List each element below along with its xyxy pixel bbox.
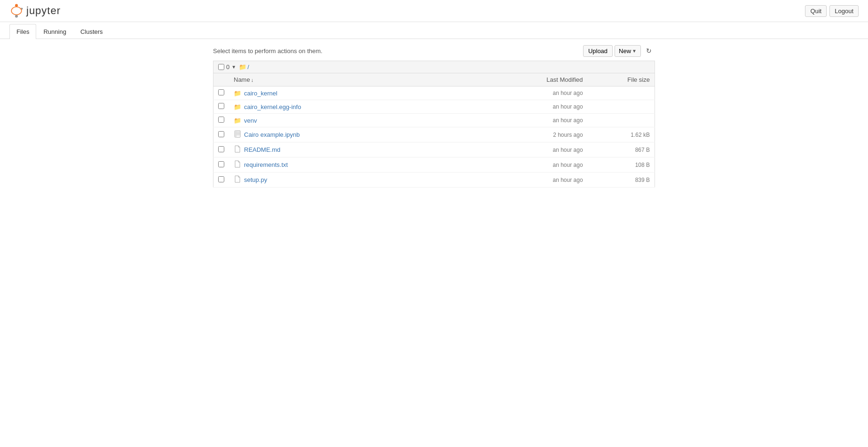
file-browser-toolbar: Select items to perform actions on them.… xyxy=(213,45,655,57)
row-checkbox[interactable] xyxy=(218,161,224,167)
row-checkbox-cell xyxy=(213,127,229,142)
file-link[interactable]: setup.py xyxy=(244,176,267,183)
quit-button[interactable]: Quit xyxy=(805,5,827,17)
tabs-bar: Files Running Clusters xyxy=(0,24,868,39)
col-header-size[interactable]: File size xyxy=(592,73,655,86)
toolbar-actions: Upload New ▼ ↻ xyxy=(583,45,655,57)
notebook-icon xyxy=(234,130,241,139)
col-header-modified[interactable]: Last Modified xyxy=(494,73,592,86)
row-modified-cell: an hour ago xyxy=(494,173,592,188)
select-info: Select items to perform actions on them. xyxy=(213,47,323,55)
new-dropdown-caret: ▼ xyxy=(632,48,637,54)
row-modified-cell: an hour ago xyxy=(494,157,592,173)
folder-path: 📁 / xyxy=(239,63,249,71)
folder-icon: 📁 xyxy=(234,117,241,124)
row-size-cell: 1.62 kB xyxy=(592,127,655,142)
row-name-cell: Cairo example.ipynb xyxy=(229,127,494,142)
row-size-cell: 108 B xyxy=(592,157,655,173)
row-name-cell: 📁cairo_kernel.egg-info xyxy=(229,100,494,114)
row-checkbox-cell xyxy=(213,157,229,173)
col-header-name[interactable]: Name ↓ xyxy=(229,73,494,86)
tab-clusters[interactable]: Clusters xyxy=(73,24,110,39)
file-link[interactable]: cairo_kernel xyxy=(244,90,277,97)
row-checkbox[interactable] xyxy=(218,146,224,152)
row-checkbox[interactable] xyxy=(218,103,224,109)
name-sort-arrow: ↓ xyxy=(251,77,254,83)
file-link[interactable]: cairo_kernel.egg-info xyxy=(244,103,301,110)
main-content: Select items to perform actions on them.… xyxy=(204,39,664,193)
row-checkbox-cell xyxy=(213,173,229,188)
header-buttons: Quit Logout xyxy=(805,5,859,17)
table-row: 📁venvan hour ago xyxy=(213,114,655,127)
row-checkbox-cell xyxy=(213,86,229,100)
header: jupyter Quit Logout xyxy=(0,0,868,22)
table-row: requirements.txtan hour ago108 B xyxy=(213,157,655,173)
svg-point-0 xyxy=(15,4,18,7)
row-modified-cell: 2 hours ago xyxy=(494,127,592,142)
svg-rect-5 xyxy=(235,131,237,137)
row-name-cell: 📁cairo_kernel xyxy=(229,86,494,100)
file-table-body: 📁cairo_kernelan hour ago📁cairo_kernel.eg… xyxy=(213,86,655,188)
file-icon xyxy=(234,175,241,184)
svg-point-3 xyxy=(11,7,22,15)
row-size-cell: 867 B xyxy=(592,142,655,157)
file-table: Name ↓ Last Modified File size 📁cairo_ke… xyxy=(213,73,655,188)
check-all-area[interactable]: 0 ▼ xyxy=(218,63,236,71)
file-icon xyxy=(234,145,241,154)
row-checkbox[interactable] xyxy=(218,89,224,95)
file-table-header: Name ↓ Last Modified File size xyxy=(213,73,655,86)
tab-running[interactable]: Running xyxy=(36,24,73,39)
logout-button[interactable]: Logout xyxy=(829,5,859,17)
tab-files[interactable]: Files xyxy=(9,24,36,39)
file-link[interactable]: requirements.txt xyxy=(244,161,288,168)
table-row: 📁cairo_kernelan hour ago xyxy=(213,86,655,100)
select-all-checkbox[interactable] xyxy=(218,64,224,70)
folder-icon: 📁 xyxy=(234,103,241,110)
file-link[interactable]: Cairo example.ipynb xyxy=(244,131,300,138)
selected-count: 0 xyxy=(226,63,229,71)
new-button[interactable]: New ▼ xyxy=(615,45,641,57)
table-row: 📁cairo_kernel.egg-infoan hour ago xyxy=(213,100,655,114)
row-name-cell: setup.py xyxy=(229,173,494,188)
upload-button[interactable]: Upload xyxy=(583,45,613,57)
svg-point-1 xyxy=(15,15,18,17)
row-name-cell: README.md xyxy=(229,142,494,157)
jupyter-logo-icon xyxy=(9,4,24,18)
table-control-row: 0 ▼ 📁 / xyxy=(213,61,655,73)
row-name-cell: 📁venv xyxy=(229,114,494,127)
row-size-cell: 839 B xyxy=(592,173,655,188)
refresh-button[interactable]: ↻ xyxy=(643,45,655,57)
row-size-cell xyxy=(592,100,655,114)
row-modified-cell: an hour ago xyxy=(494,114,592,127)
col-header-check xyxy=(213,73,229,86)
row-checkbox-cell xyxy=(213,114,229,127)
row-size-cell xyxy=(592,86,655,100)
table-row: README.mdan hour ago867 B xyxy=(213,142,655,157)
app-title: jupyter xyxy=(26,5,61,17)
folder-icon: 📁 xyxy=(239,63,246,71)
row-checkbox-cell xyxy=(213,142,229,157)
logo-area: jupyter xyxy=(9,4,61,18)
row-modified-cell: an hour ago xyxy=(494,86,592,100)
folder-icon: 📁 xyxy=(234,90,241,97)
row-modified-cell: an hour ago xyxy=(494,142,592,157)
file-icon xyxy=(234,160,241,169)
table-row: Cairo example.ipynb2 hours ago1.62 kB xyxy=(213,127,655,142)
row-checkbox[interactable] xyxy=(218,131,224,137)
file-link[interactable]: README.md xyxy=(244,146,280,153)
row-checkbox-cell xyxy=(213,100,229,114)
row-checkbox[interactable] xyxy=(218,117,224,123)
file-link[interactable]: venv xyxy=(244,117,257,124)
row-modified-cell: an hour ago xyxy=(494,100,592,114)
table-row: setup.pyan hour ago839 B xyxy=(213,173,655,188)
row-checkbox[interactable] xyxy=(218,176,224,182)
row-size-cell xyxy=(592,114,655,127)
row-name-cell: requirements.txt xyxy=(229,157,494,173)
dropdown-arrow[interactable]: ▼ xyxy=(231,64,236,70)
